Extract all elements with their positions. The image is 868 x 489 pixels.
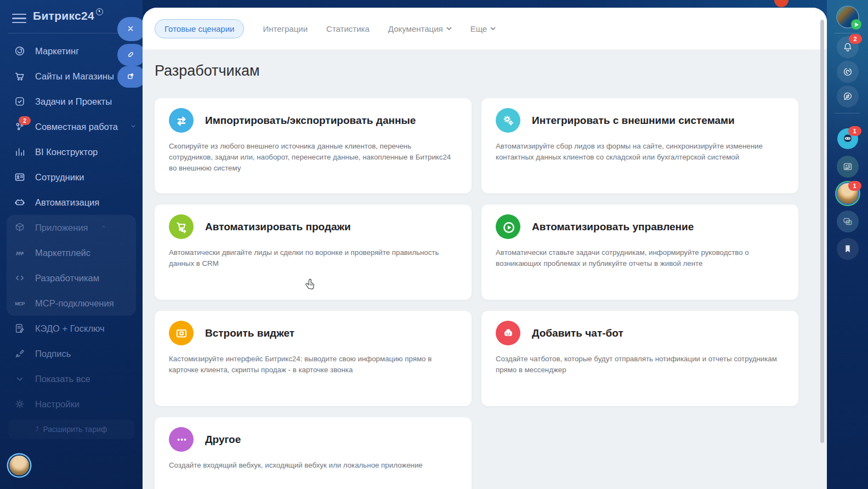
scenario-card[interactable]: Другое Создайте входящий вебхук, исходящ… (155, 417, 472, 489)
sidebar-divider (8, 33, 135, 33)
card-description: Кастомизируйте интерфейс Битрикс24: выво… (169, 354, 456, 376)
close-button[interactable] (117, 17, 146, 41)
rail-item-bookmarks[interactable] (837, 238, 859, 260)
card-description: Создайте чатботов, которые будут отправл… (496, 354, 783, 376)
card-title: Другое (205, 434, 241, 446)
copy-link-button[interactable] (117, 44, 146, 66)
collaboration-icon: 2 (13, 120, 26, 133)
copilot-icon (837, 61, 859, 83)
scenario-card[interactable]: Импортировать/экспортировать данные Скоп… (155, 98, 472, 194)
rail-item-notifications[interactable]: 2 (837, 36, 859, 58)
svg-text:MCP: MCP (15, 301, 25, 306)
sidebar-item-apps[interactable]: Приложения (0, 215, 143, 240)
ellipsis-icon (169, 427, 194, 452)
settings-icon (13, 397, 26, 411)
bookmark-icon (837, 238, 859, 260)
sidebar-item-kedo[interactable]: КЭДО + Госключ (0, 316, 143, 341)
scenario-card[interactable]: Автоматизировать продажи Автоматически д… (155, 204, 472, 300)
sidebar-item-collaboration[interactable]: 2 Совместная работа (0, 114, 143, 139)
sidebar-item-label: Задачи и Проекты (35, 96, 112, 107)
profile-avatar[interactable] (9, 456, 29, 475)
sidebar-item-label: Подпись (35, 349, 71, 359)
panel-scrollbar[interactable] (820, 20, 824, 443)
rail-item-assistant-bot[interactable]: 1 (837, 128, 858, 149)
right-rail: 211 (827, 0, 868, 489)
sidebar-item-bi-chart[interactable]: BI Конструктор (0, 139, 143, 164)
tab-statistics[interactable]: Статистика (326, 24, 370, 33)
tab-ready-scenarios[interactable]: Готовые сценарии (155, 19, 244, 38)
rail-item-video-widget[interactable] (837, 7, 858, 27)
card-title: Интегрировать с внешними системами (532, 115, 735, 127)
upgrade-tariff-button[interactable]: ⤴ Расширить тариф (8, 419, 134, 439)
kedo-icon (13, 322, 26, 335)
chevron-down-icon (127, 122, 137, 132)
tabs-bar: Готовые сценарииИнтеграцииСтатистикаДоку… (143, 8, 827, 49)
card-head: Встроить виджет (169, 321, 456, 345)
bitrix24-app: { "app": {"logo": "Битрикс24"}, "colors"… (0, 0, 868, 489)
sidebar-item-label: Показать все (35, 374, 90, 384)
sidebar-item-label: Маркетплейс (35, 248, 90, 258)
video-preview-avatar (837, 7, 858, 27)
tab-label: Еще (470, 24, 487, 33)
sidebar-item-signature[interactable]: Подпись (0, 341, 143, 366)
rail-item-chats[interactable] (837, 211, 859, 232)
news-icon (837, 156, 859, 178)
tab-more[interactable]: Еще (470, 24, 496, 33)
card-head: Автоматизировать управление (496, 214, 783, 239)
sidebar-item-marketplace[interactable]: Маркетплейс (0, 240, 143, 265)
sidebar-badge: 2 (19, 116, 31, 125)
scenario-card[interactable]: Автоматизировать управление Автоматическ… (481, 204, 798, 300)
sidebar-item-settings[interactable]: Настройки (0, 391, 143, 417)
tab-label: Статистика (326, 24, 370, 33)
scenario-card[interactable]: Интегрировать с внешними системами Автом… (481, 98, 798, 194)
sidebar-item-label: Совместная работа (35, 122, 118, 132)
tab-documentation[interactable]: Документация (388, 24, 452, 33)
scenario-cards-grid: Импортировать/экспортировать данные Скоп… (155, 98, 827, 489)
menu-hamburger-icon[interactable] (12, 14, 26, 24)
card-title: Импортировать/экспортировать данные (205, 115, 416, 127)
external-link-icon (117, 72, 136, 82)
sidebar-item-label: Сайты и Магазины (35, 71, 114, 82)
sidebar-item-label: Сотрудники (35, 172, 84, 183)
app-logo: Битрикс24 (33, 9, 94, 22)
scenario-card[interactable]: Встроить виджет Кастомизируйте интерфейс… (155, 311, 472, 406)
page-title: Разработчикам (155, 62, 827, 79)
sidebar-item-tasks[interactable]: Задачи и Проекты (0, 89, 143, 114)
play-icon[interactable] (851, 19, 861, 30)
link-icon (117, 50, 136, 60)
card-description: Автоматически двигайте лиды и сделки по … (169, 247, 456, 269)
play-icon (496, 214, 520, 239)
sidebar-item-employees[interactable]: Сотрудники (0, 164, 143, 190)
card-head: Добавить чат-бот (496, 321, 783, 345)
apps-icon (13, 221, 26, 234)
chevron-down-icon (490, 27, 496, 31)
import-export-icon (169, 108, 194, 133)
rail-divider (835, 33, 860, 33)
rail-item-copilot[interactable] (837, 61, 859, 83)
card-title: Автоматизировать продажи (205, 221, 351, 233)
chevron-up-icon (97, 223, 107, 232)
chat-sync-icon (837, 86, 859, 107)
scenario-card[interactable]: Добавить чат-бот Создайте чатботов, кото… (481, 311, 798, 406)
sidebar-item-mcp[interactable]: MCP MCP-подключения (0, 291, 143, 316)
employees-icon (13, 170, 26, 184)
sidebar-item-label: MCP-подключения (35, 298, 114, 309)
tab-integrations[interactable]: Интеграции (263, 24, 308, 33)
open-window-button[interactable] (117, 66, 146, 88)
rail-divider (835, 113, 860, 113)
signature-icon (13, 347, 26, 360)
rail-item-contact[interactable]: 1 (837, 183, 858, 204)
card-description: Скопируйте из любого внешнего источника … (169, 141, 456, 174)
sidebar-item-chevron-down[interactable]: Показать все (0, 366, 143, 391)
sidebar-menu: Маркетинг Сайты и Магазины Задачи и Прое… (0, 38, 143, 417)
chevron-down-icon (446, 27, 452, 31)
rail-item-messenger[interactable] (837, 86, 859, 107)
sidebar-item-label: Приложения (35, 223, 88, 233)
sidebar-item-automation[interactable]: Автоматизация (0, 190, 143, 215)
sidebar-item-developers[interactable]: Разработчикам (0, 265, 143, 291)
rail-item-news[interactable] (837, 156, 859, 178)
card-head: Интегрировать с внешними системами (496, 108, 783, 133)
tasks-icon (13, 95, 26, 108)
sidebar-item-label: Автоматизация (35, 197, 99, 208)
card-description: Автоматизируйте сбор лидов из формы на с… (496, 141, 783, 163)
